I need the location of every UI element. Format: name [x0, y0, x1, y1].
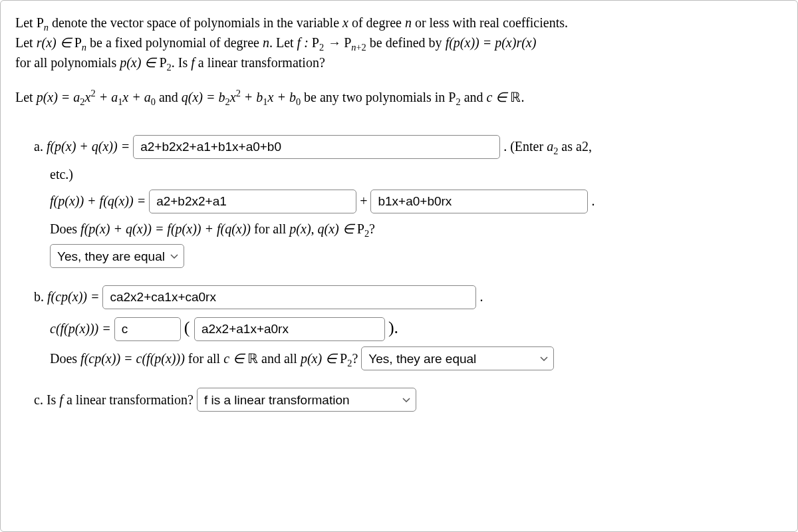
text: as a2,: [558, 139, 592, 154]
lparen: (: [184, 318, 194, 337]
part-c: c. Is f a linear transformation? f is a …: [34, 388, 783, 412]
part-b-label: b.: [34, 289, 47, 304]
qmark: ?: [369, 221, 375, 236]
p-def: p(x) = a2x2 + a1x + a0: [37, 90, 156, 104]
forall: for all: [251, 221, 289, 236]
does: Does: [50, 221, 80, 236]
text: of degree: [348, 15, 405, 30]
P2: P2: [448, 90, 460, 104]
plus: +: [360, 194, 370, 208]
text: . Let: [269, 35, 297, 50]
text: . Is: [172, 55, 191, 70]
part-c-label: c. Is: [34, 392, 59, 407]
text: Let: [15, 90, 37, 104]
c-in-R: c ∈ ℝ: [487, 90, 521, 104]
eq-b: f(cp(x)) = c(f(p(x))): [80, 351, 185, 366]
problem-container: Let Pn denote the vector space of polyno…: [0, 0, 798, 532]
period: .: [479, 289, 483, 304]
forall: for all: [185, 351, 223, 366]
text: denote the vector space of polynomials i…: [49, 15, 342, 30]
text: or less with real coefficients.: [412, 15, 568, 30]
cfp-lhs: c(f(p(x))) =: [50, 321, 114, 336]
fpfq-lhs: f(p(x)) + f(q(x)) =: [50, 194, 149, 208]
period: .: [591, 194, 595, 208]
part-a-input-2a[interactable]: [149, 190, 356, 213]
part-a-select[interactable]: Yes, they are equal: [50, 244, 184, 268]
part-b-select[interactable]: Yes, they are equal: [361, 346, 554, 370]
rx-in-Pn: r(x) ∈ Pn: [37, 35, 86, 50]
p-in-P2b: p(x) ∈ P2: [301, 351, 352, 366]
var-n: n: [263, 35, 269, 50]
part-c-select[interactable]: f is a linear transformation: [197, 388, 416, 412]
setup-line: Let p(x) = a2x2 + a1x + a0 and q(x) = b2…: [15, 87, 783, 107]
part-b-input-2[interactable]: [114, 317, 181, 341]
f-def: f(p(x)) = p(x)r(x): [446, 35, 537, 50]
text: be any two polynomials in: [301, 90, 448, 104]
text: a linear transformation?: [63, 392, 197, 407]
part-a-label: a.: [34, 139, 47, 154]
fcp-lhs: f(cp(x)) =: [47, 289, 102, 304]
etc: etc.): [50, 167, 73, 182]
part-a: a. f(p(x) + q(x)) = . (Enter a2 as a2, e…: [34, 135, 783, 268]
cal-P: P: [37, 15, 44, 30]
text: . (Enter: [503, 139, 547, 154]
c-in-R: c ∈ ℝ: [223, 351, 258, 366]
eq-a: f(p(x) + q(x)) = f(p(x)) + f(q(x)): [80, 221, 251, 236]
part-b: b. f(cp(x)) = . c(f(p(x))) = ( ). Does f…: [34, 285, 783, 370]
part-a-input-1[interactable]: [133, 135, 500, 159]
text: and: [156, 90, 182, 104]
andall: and all: [258, 351, 301, 366]
text: be a fixed polynomial of degree: [86, 35, 263, 50]
var-n: n: [405, 15, 412, 30]
text: be defined by: [366, 35, 446, 50]
text: a linear transformation?: [195, 55, 325, 70]
text: Let: [15, 15, 37, 30]
sub-n: n: [44, 22, 49, 33]
part-b-input-3[interactable]: [194, 317, 385, 341]
rparen: ).: [388, 318, 398, 337]
intro-paragraph: Let Pn denote the vector space of polyno…: [15, 13, 783, 72]
text: .: [521, 90, 524, 104]
text: for all polynomials: [15, 55, 120, 70]
var-x: x: [342, 15, 348, 30]
text: Let: [15, 35, 37, 50]
qmark: ?: [352, 351, 361, 366]
part-b-input-1[interactable]: [102, 285, 476, 309]
does: Does: [50, 351, 80, 366]
text: and: [461, 90, 487, 104]
f-map: f : P2 → Pn+2: [297, 35, 366, 50]
fpq-lhs: f(p(x) + q(x)) =: [47, 139, 133, 154]
q-def: q(x) = b2x2 + b1x + b0: [182, 90, 301, 104]
pxqx-in-P2: p(x), q(x) ∈ P2: [289, 221, 369, 236]
p-in-P2: p(x) ∈ P2: [120, 55, 172, 70]
part-a-input-2b[interactable]: [370, 190, 588, 213]
a2-math: a2: [547, 139, 558, 154]
